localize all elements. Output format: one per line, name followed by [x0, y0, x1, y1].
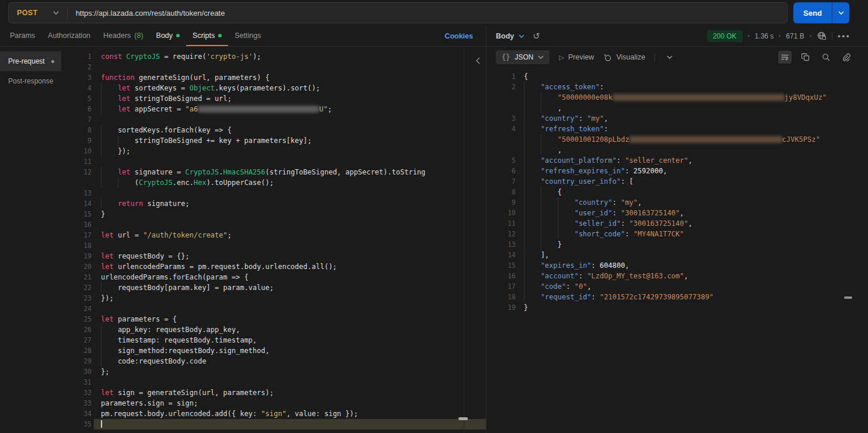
response-line[interactable]: 11"seller_id": "300163725140", — [487, 218, 868, 229]
search-icon[interactable] — [820, 51, 832, 64]
response-scroll-marker[interactable] — [844, 296, 852, 299]
sidebar-item-pre-request[interactable]: Pre-request — [0, 51, 61, 71]
response-line[interactable]: 18"request_id": "2101572c174297398950773… — [487, 292, 868, 302]
wrap-lines-button[interactable] — [778, 51, 792, 64]
code-line[interactable]: 23}); — [61, 293, 486, 303]
code-line[interactable]: 32let sign = generateSign(url, parameter… — [61, 387, 486, 398]
code-line[interactable]: 22requestBody[param.key] = param.value; — [61, 282, 486, 293]
code-line[interactable]: 27timestamp: requestBody.timestamp, — [61, 335, 486, 345]
code-line[interactable]: 7 — [61, 114, 486, 125]
send-button[interactable]: Send — [793, 2, 832, 23]
code-line[interactable]: 26app_key: requestBody.app_key, — [61, 324, 486, 335]
chevron-down-icon — [53, 11, 59, 15]
cookies-link[interactable]: Cookies — [444, 32, 473, 40]
line-content — [94, 156, 486, 167]
response-line[interactable]: 19} — [487, 302, 868, 313]
tab-authorization[interactable]: Authorization — [41, 26, 97, 46]
code-line[interactable]: 10}); — [61, 146, 486, 156]
editor-scrollbar-thumb[interactable] — [459, 417, 468, 420]
line-content: "code": "0", — [519, 281, 868, 292]
copy-icon[interactable] — [799, 51, 812, 64]
code-line[interactable]: 25let parameters = { — [61, 314, 486, 324]
response-line[interactable]: 8{ — [487, 187, 868, 197]
code-line[interactable]: 31 — [61, 377, 486, 387]
code-line[interactable]: 19let requestBody = {}; — [61, 251, 486, 261]
response-line[interactable]: 12"short_code": "MY4NA1T7CK" — [487, 229, 868, 239]
code-line[interactable]: 3function generateSign(url, parameters) … — [61, 72, 486, 83]
method-selector[interactable]: POST — [9, 3, 67, 23]
tab-params[interactable]: Params — [4, 26, 41, 46]
code-line[interactable]: 12let signature = CryptoJS.HmacSHA256(st… — [61, 167, 486, 177]
code-line[interactable]: 16 — [61, 219, 486, 230]
code-token: = require( — [160, 53, 206, 61]
response-line[interactable]: 16"account": "LzdOp_MY_test@163.com", — [487, 271, 868, 281]
code-line[interactable]: 35 — [61, 419, 486, 429]
response-history-icon[interactable]: ↺ — [533, 32, 540, 40]
send-options-button[interactable] — [832, 2, 849, 23]
visualize-button[interactable]: Visualize — [603, 53, 645, 62]
response-line[interactable]: 2"access_token": — [487, 82, 868, 92]
response-view-dropdown[interactable]: Body — [496, 32, 524, 40]
format-dropdown[interactable]: {} JSON — [496, 50, 550, 64]
response-line[interactable]: 7"country_user_info": [ — [487, 176, 868, 187]
response-line[interactable]: 6"refresh_expires_in": 2592000, — [487, 166, 868, 176]
code-line[interactable]: 33parameters.sign = sign; — [61, 398, 486, 408]
dot-separator — [779, 35, 780, 37]
code-line[interactable]: 14return signature; — [61, 198, 486, 209]
response-line[interactable]: 14], — [487, 250, 868, 260]
response-line[interactable]: "50000000e08kjy8VDqxUz" — [487, 92, 868, 103]
code-line[interactable]: 13 — [61, 188, 486, 198]
indent-guide — [524, 250, 541, 260]
collapse-pane-button[interactable] — [475, 57, 481, 66]
more-actions-icon[interactable]: ●●● — [838, 33, 850, 39]
code-line[interactable]: 17let url = "/auth/token/create"; — [61, 230, 486, 240]
globe-lock-icon[interactable] — [817, 31, 827, 41]
tab-scripts[interactable]: Scripts — [186, 26, 228, 46]
response-body-viewer[interactable]: 1{2"access_token":"50000000e08kjy8VDqxUz… — [487, 68, 868, 313]
response-line[interactable]: 17"code": "0", — [487, 281, 868, 292]
tab-body[interactable]: Body — [150, 26, 187, 46]
response-line[interactable]: "50001001208pLbdzcJVK5PSz" — [487, 134, 868, 145]
more-views-button[interactable] — [664, 53, 675, 61]
response-line[interactable]: 5"account_platform": "seller_center", — [487, 155, 868, 166]
response-line[interactable]: 15"expires_in": 604800, — [487, 260, 868, 271]
code-line[interactable]: 9stringToBeSigned += key + parameters[ke… — [61, 135, 486, 146]
code-line[interactable]: 2 — [61, 62, 486, 72]
response-line[interactable]: 3"country": "my", — [487, 113, 868, 124]
preview-button[interactable]: ▷ Preview — [559, 53, 594, 61]
line-number: 15 — [487, 260, 519, 271]
response-line[interactable]: , — [487, 103, 868, 113]
response-line[interactable]: 4"refresh_token": — [487, 124, 868, 134]
code-line[interactable]: 34pm.request.body.urlencoded.add({ key: … — [61, 408, 486, 419]
code-line[interactable]: 21urlencodedParams.forEach(param => { — [61, 272, 486, 282]
code-token: "request_id" — [541, 293, 592, 301]
code-line[interactable]: (CryptoJS.enc.Hex).toUpperCase(); — [61, 177, 486, 188]
code-token: : — [617, 156, 625, 165]
code-line[interactable]: 30}; — [61, 366, 486, 377]
code-line[interactable]: 4let sortedKeys = Object.keys(parameters… — [61, 83, 486, 93]
code-line[interactable]: 15} — [61, 209, 486, 219]
code-line[interactable]: 20let urlencodedParams = pm.request.body… — [61, 261, 486, 272]
response-line[interactable]: 10"user_id": "300163725140", — [487, 208, 868, 218]
code-line[interactable]: 8sortedKeys.forEach(key => { — [61, 125, 486, 135]
code-editor[interactable]: 1const CryptoJS = require('crypto-js');2… — [61, 47, 486, 433]
tab-settings[interactable]: Settings — [228, 26, 267, 46]
code-token: "seller_center" — [625, 156, 688, 165]
code-line[interactable]: 29code:requestBody.code — [61, 356, 486, 366]
code-line[interactable]: 1const CryptoJS = require('crypto-js'); — [61, 51, 486, 62]
link-icon[interactable] — [840, 51, 853, 64]
code-line[interactable]: 11 — [61, 156, 486, 167]
url-input[interactable] — [68, 9, 787, 18]
sidebar-item-post-response[interactable]: Post-response — [0, 71, 61, 91]
response-line[interactable]: , — [487, 145, 868, 155]
code-line[interactable]: 5let stringToBeSigned = url; — [61, 93, 486, 104]
response-line[interactable]: 13} — [487, 239, 868, 250]
tab-headers[interactable]: Headers (8) — [97, 26, 150, 46]
code-line[interactable]: 18 — [61, 240, 486, 251]
code-line[interactable]: 28sign_method:requestBody.sign_method, — [61, 345, 486, 356]
response-line[interactable]: 1{ — [487, 71, 868, 82]
code-line[interactable]: 6let appSecret = "a6U"; — [61, 104, 486, 114]
code-line[interactable]: 24 — [61, 303, 486, 314]
status-badge[interactable]: 200 OK — [707, 30, 743, 42]
response-line[interactable]: 9"country": "my", — [487, 197, 868, 208]
